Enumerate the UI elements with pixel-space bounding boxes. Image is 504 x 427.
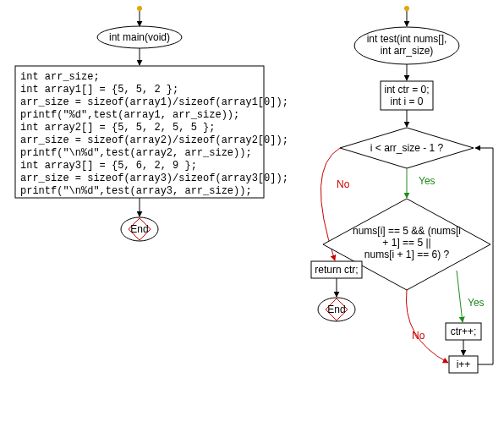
svg-point-0 xyxy=(137,6,142,11)
right-cond2-line-1: nums[i] == 5 && (nums[i xyxy=(353,225,461,237)
left-code-line-6: printf("\n%d",test(array2, arr_size)); xyxy=(20,147,252,159)
left-code-line-7: int array3[] = {5, 6, 2, 9 }; xyxy=(20,160,197,172)
right-cond2-line-2: + 1] == 5 || xyxy=(382,237,430,249)
left-code-line-3: printf("%d",test(array1, arr_size)); xyxy=(20,109,239,121)
right-return-label: return ctr; xyxy=(315,264,358,276)
left-start-label: int main(void) xyxy=(109,31,170,43)
left-code-line-8: arr_size = sizeof(array3)/sizeof(array3[… xyxy=(20,172,288,184)
right-init-line-1: int ctr = 0; xyxy=(384,84,429,96)
right-i-inc-label: i++ xyxy=(457,359,471,370)
left-start-node: int main(void) xyxy=(97,26,182,48)
right-cond1-node: i < arr_size - 1 ? xyxy=(340,128,474,168)
right-cond2-yes-label: Yes xyxy=(468,297,485,309)
left-entry-arrow xyxy=(137,6,142,26)
left-code-line-9: printf("\n%d",test(array3, arr_size)); xyxy=(20,185,252,197)
right-cond2-no-arrow: No xyxy=(406,290,448,363)
left-code-line-5: arr_size = sizeof(array2)/sizeof(array2[… xyxy=(20,134,288,146)
right-cond1-yes-label: Yes xyxy=(419,175,436,187)
right-ctr-inc-label: ctr++; xyxy=(451,326,477,337)
left-code-line-4: int array2[] = {5, 5, 2, 5, 5 }; xyxy=(20,122,215,134)
left-code-line-2: arr_size = sizeof(array1)/sizeof(array1[… xyxy=(20,96,288,108)
right-cond1-yes-arrow: Yes xyxy=(407,168,436,198)
right-cond2-yes-arrow: Yes xyxy=(457,271,485,322)
right-end-node: End xyxy=(318,298,355,321)
right-end-label: End xyxy=(327,304,345,315)
right-start-label-2: int arr_size) xyxy=(381,45,434,57)
right-cond2-line-3: nums[i + 1] == 6) ? xyxy=(364,249,450,260)
right-cond2-no-label: No xyxy=(412,330,425,342)
right-entry-arrow xyxy=(404,6,409,26)
right-ctr-inc-node: ctr++; xyxy=(446,323,481,340)
right-cond1-label: i < arr_size - 1 ? xyxy=(370,142,444,154)
right-cond1-no-label: No xyxy=(337,178,350,190)
right-return-node: return ctr; xyxy=(311,261,362,278)
svg-point-6 xyxy=(404,6,409,11)
left-code-line-1: int array1[] = {5, 5, 2 }; xyxy=(20,84,178,96)
right-start-label-1: int test(int nums[], xyxy=(367,33,447,45)
left-end-label: End xyxy=(130,223,148,235)
right-init-node: int ctr = 0; int i = 0 xyxy=(381,81,433,110)
left-end-node: End xyxy=(121,217,158,241)
left-code-line-0: int arr_size; xyxy=(20,71,100,83)
left-code-block: int arr_size; int array1[] = {5, 5, 2 };… xyxy=(15,66,288,198)
right-i-inc-node: i++ xyxy=(449,356,478,373)
right-start-node: int test(int nums[], int arr_size) xyxy=(354,27,459,64)
right-init-line-2: int i = 0 xyxy=(390,96,423,107)
